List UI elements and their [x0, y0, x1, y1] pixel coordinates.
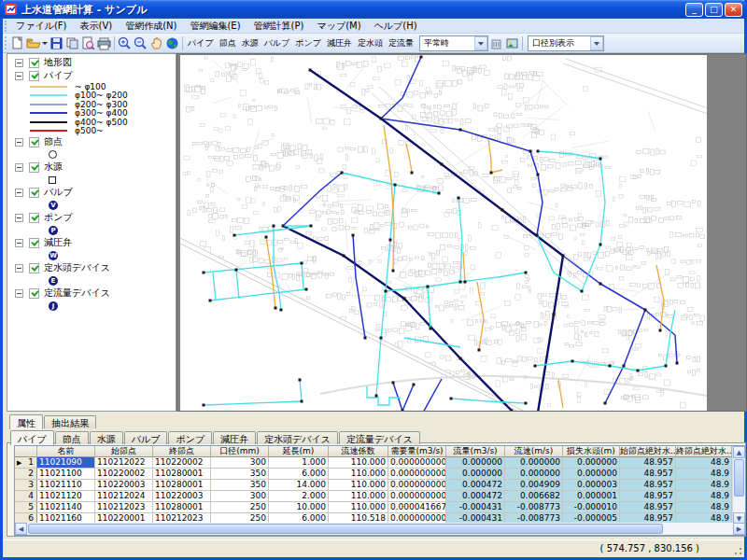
scroll-up-button[interactable]: ▲ — [733, 446, 745, 458]
cell-r4c10[interactable]: 48.957 — [620, 491, 676, 502]
cell-r5c3[interactable]: 250 — [211, 502, 269, 513]
tree-expander[interactable] — [15, 163, 23, 172]
toolbar-button-6[interactable]: 定水頭 — [355, 36, 386, 50]
column-header-9[interactable]: 損失水頭(m) — [563, 446, 620, 457]
map-panel[interactable] — [176, 53, 747, 412]
tree-checkbox[interactable] — [29, 71, 39, 81]
mode-combo[interactable]: 平常時 — [419, 35, 488, 51]
column-header-2[interactable]: 終節点 — [153, 446, 211, 457]
cell-r4c3[interactable]: 300 — [211, 491, 269, 502]
cell-r5c10[interactable]: 48.957 — [620, 502, 676, 513]
print-icon[interactable] — [96, 35, 112, 51]
menu-2[interactable]: 管網作成(N) — [119, 19, 183, 34]
cell-r1c11[interactable]: 48.9 — [676, 457, 732, 469]
element-tab-0[interactable]: パイプ — [10, 430, 54, 445]
tree-checkbox[interactable] — [29, 288, 39, 299]
column-header-3[interactable]: 口径(mm) — [211, 446, 269, 457]
element-tab-7[interactable]: 定流量デバイス — [339, 431, 420, 444]
cell-r2c3[interactable]: 350 — [211, 469, 269, 480]
tree-expander[interactable] — [15, 289, 23, 298]
cell-r2c0[interactable]: 11021100 — [37, 469, 95, 480]
cell-r5c5[interactable]: 110.000 — [329, 502, 388, 513]
cell-r4c6[interactable]: 0.000000000 — [388, 491, 446, 502]
cell-r1c3[interactable]: 300 — [211, 457, 269, 469]
column-header-10[interactable]: 始節点絶対水.. — [620, 446, 676, 457]
zoom-out-icon[interactable] — [133, 35, 148, 51]
minimize-button[interactable]: _ — [685, 3, 703, 17]
cell-r1c2[interactable]: 110220002 — [153, 457, 211, 469]
cell-r5c8[interactable]: -0.008773 — [505, 502, 563, 513]
toolbar-button-0[interactable]: パイプ — [185, 36, 217, 50]
element-tab-4[interactable]: ポンプ — [168, 431, 212, 444]
cell-r2c10[interactable]: 48.957 — [620, 469, 676, 480]
toolbar-button-3[interactable]: バルブ — [261, 36, 293, 50]
column-header-5[interactable]: 流速係数 — [329, 446, 388, 457]
cell-r4c9[interactable]: 0.000001 — [563, 491, 620, 502]
cell-r4c4[interactable]: 2.000 — [269, 491, 329, 502]
save-icon[interactable] — [49, 35, 64, 51]
tree-checkbox[interactable] — [29, 137, 39, 147]
column-header-11[interactable]: 終節点絶対水.. — [676, 446, 732, 457]
cell-r3c2[interactable]: 110280001 — [153, 480, 211, 491]
map-document[interactable] — [180, 55, 707, 412]
tab-属性[interactable]: 属性 — [9, 414, 43, 429]
element-tab-2[interactable]: 水源 — [90, 431, 123, 444]
mode-combo-arrow[interactable] — [474, 36, 487, 50]
tab-抽出結果[interactable]: 抽出結果 — [44, 415, 96, 428]
tree-expander[interactable] — [15, 264, 23, 273]
open-icon[interactable] — [25, 35, 41, 51]
maximize-button[interactable]: □ — [705, 3, 723, 17]
preview-icon[interactable] — [80, 35, 96, 51]
resize-grip[interactable] — [731, 544, 742, 555]
cell-r2c1[interactable]: 110220002 — [95, 469, 153, 480]
cell-r4c0[interactable]: 11021120 — [37, 491, 95, 502]
cell-r1c5[interactable]: 110.000 — [329, 457, 388, 469]
tree-checkbox[interactable] — [29, 188, 39, 198]
column-header-1[interactable]: 始節点 — [95, 446, 153, 457]
cell-r3c11[interactable]: 48.9 — [676, 480, 732, 491]
tree-expander[interactable] — [15, 239, 23, 247]
cell-r5c7[interactable]: -0.000431 — [446, 502, 505, 513]
cell-r2c8[interactable]: 0.000000 — [505, 469, 563, 480]
pan-icon[interactable] — [148, 35, 164, 51]
cell-r3c6[interactable]: 0.000000000 — [388, 480, 446, 491]
open-dropdown-arrow[interactable] — [41, 35, 49, 51]
tree-expander[interactable] — [15, 138, 23, 147]
zoom-in-icon[interactable] — [117, 35, 133, 51]
cell-r1c4[interactable]: 1.000 — [269, 457, 329, 469]
globe-icon[interactable] — [164, 35, 180, 51]
tree-expander[interactable] — [15, 59, 23, 67]
element-tab-3[interactable]: バルブ — [124, 431, 168, 444]
toolbar-button-2[interactable]: 水源 — [239, 36, 261, 50]
row-header-2[interactable]: 2 — [15, 469, 37, 480]
cell-r3c3[interactable]: 350 — [211, 480, 269, 491]
cell-r2c5[interactable]: 110.000 — [329, 469, 388, 480]
cell-r1c1[interactable]: 110212022 — [95, 457, 153, 469]
cell-r2c7[interactable]: 0.000000 — [446, 469, 505, 480]
corner-header[interactable] — [15, 446, 37, 457]
element-tab-5[interactable]: 減圧弁 — [213, 431, 256, 444]
cell-r5c6[interactable]: 0.000041667 — [388, 502, 446, 513]
tree-checkbox[interactable] — [29, 213, 39, 223]
row-header-5[interactable]: 5 — [15, 502, 37, 513]
cell-r5c4[interactable]: 10.000 — [269, 502, 329, 513]
column-header-7[interactable]: 流量(m3/s) — [446, 446, 505, 457]
column-header-4[interactable]: 延長(m) — [269, 446, 329, 457]
toolbar-button-7[interactable]: 定流量 — [386, 36, 416, 50]
cell-r3c8[interactable]: 0.004909 — [505, 480, 563, 491]
cell-r1c9[interactable]: 0.000000 — [563, 457, 620, 469]
tree-checkbox[interactable] — [29, 58, 39, 68]
cell-r1c7[interactable]: 0.000000 — [446, 457, 505, 469]
cell-r5c2[interactable]: 110280001 — [153, 502, 211, 513]
cell-r2c11[interactable]: 48.9 — [676, 469, 732, 480]
cell-r1c8[interactable]: 0.000000 — [505, 457, 563, 469]
cell-r2c4[interactable]: 6.000 — [269, 469, 329, 480]
tree-checkbox[interactable] — [29, 162, 39, 173]
scroll-right-button[interactable]: ▶ — [733, 523, 745, 535]
row-header-4[interactable]: 4 — [15, 491, 37, 502]
cell-r3c5[interactable]: 110.000 — [329, 480, 388, 491]
cell-r2c2[interactable]: 110280001 — [153, 469, 211, 480]
cell-r5c0[interactable]: 11021140 — [37, 502, 95, 513]
menu-1[interactable]: 表示(V) — [74, 19, 120, 34]
toolbar-button-4[interactable]: ポンプ — [292, 36, 324, 50]
